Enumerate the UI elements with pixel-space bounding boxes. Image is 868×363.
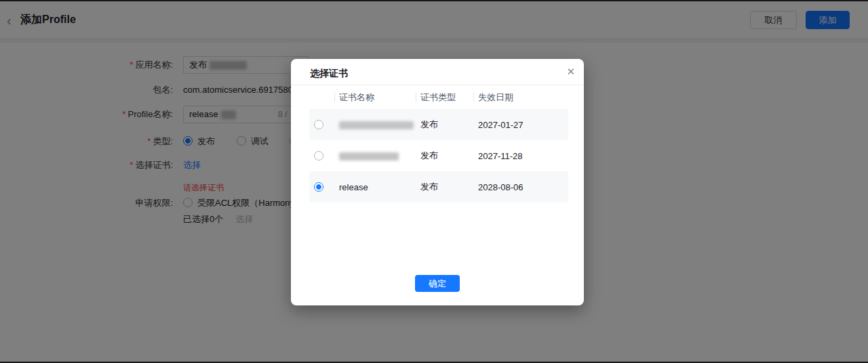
cert-type-cell: 发布 (416, 181, 473, 193)
table-row[interactable]: 发布 2027-01-27 (309, 109, 568, 140)
cert-expiry-cell: 2028-08-06 (473, 182, 568, 192)
cert-type-cell: 发布 (416, 119, 473, 131)
table-row[interactable]: 发布 2027-11-28 (309, 140, 568, 171)
close-icon[interactable]: ✕ (566, 66, 575, 77)
cert-type-cell: 发布 (416, 150, 473, 162)
app-screen: ‹ 添加Profile 取消 添加 *应用名称: 发布 包名: com.atom… (0, 1, 868, 362)
cert-expiry-cell: 2027-01-27 (473, 120, 568, 130)
radio-checked-icon[interactable] (314, 182, 323, 192)
column-header-expiry: 失效日期 (473, 93, 568, 102)
table-row[interactable]: release 发布 2028-08-06 (309, 171, 568, 202)
column-header-cert-type: 证书类型 (416, 93, 473, 102)
certificate-table: 证书名称 证书类型 失效日期 发布 2027-01-27 发布 2027-11-… (309, 85, 568, 202)
cert-name-cell (334, 120, 416, 130)
radio-icon[interactable] (314, 120, 323, 129)
table-header-row: 证书名称 证书类型 失效日期 (309, 85, 568, 109)
redacted-cert-name (339, 121, 414, 129)
cert-expiry-cell: 2027-11-28 (473, 151, 568, 161)
column-header-cert-name: 证书名称 (334, 93, 416, 102)
select-certificate-modal: 选择证书 ✕ 证书名称 证书类型 失效日期 发布 2027-01-27 发布 2… (291, 59, 584, 305)
radio-icon[interactable] (314, 151, 323, 161)
cert-name-cell: release (334, 182, 416, 192)
modal-title: 选择证书 (310, 68, 348, 80)
redacted-cert-name (339, 152, 399, 161)
modal-header: 选择证书 ✕ (291, 59, 584, 85)
confirm-button[interactable]: 确定 (415, 275, 460, 292)
cert-name-cell (334, 151, 416, 161)
